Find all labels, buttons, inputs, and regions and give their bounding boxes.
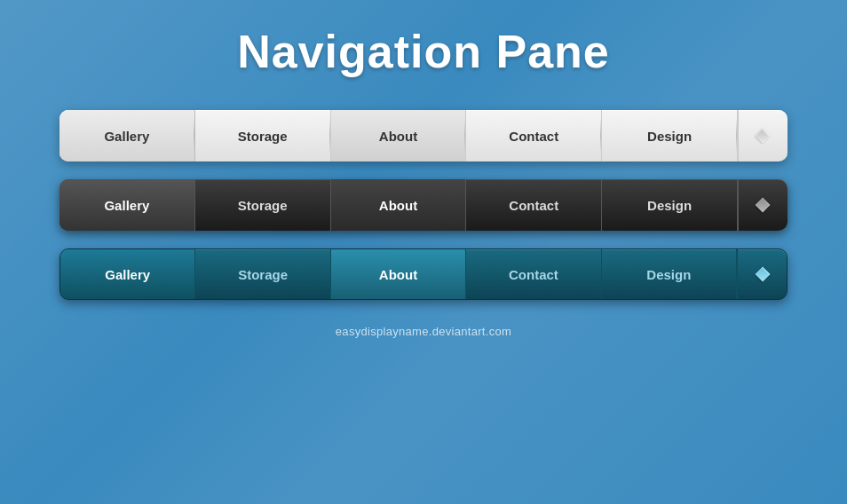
nav-label: Design xyxy=(647,129,692,144)
nav-dropdown-dark[interactable] xyxy=(738,179,788,231)
nav-label: About xyxy=(379,129,417,144)
nav-item-design-light[interactable]: Design xyxy=(602,110,738,161)
nav-bar-light: Gallery Storage About Contact Design xyxy=(59,110,788,161)
nav-dropdown-light[interactable] xyxy=(738,110,788,161)
diamond-icon xyxy=(755,267,770,282)
nav-label: Storage xyxy=(238,267,288,282)
nav-item-contact-teal[interactable]: Contact xyxy=(466,249,601,299)
nav-label: Contact xyxy=(509,129,558,144)
nav-item-gallery-dark[interactable]: Gallery xyxy=(59,179,195,231)
nav-label: Design xyxy=(646,267,691,282)
footer-text: easydisplayname.deviantart.com xyxy=(336,325,511,338)
nav-dropdown-teal[interactable] xyxy=(737,249,787,299)
diamond-icon xyxy=(756,129,771,144)
nav-item-storage-teal[interactable]: Storage xyxy=(195,249,330,299)
page-title: Navigation Pane xyxy=(237,25,610,78)
nav-label: Gallery xyxy=(104,129,149,144)
nav-item-storage-dark[interactable]: Storage xyxy=(195,179,331,231)
nav-item-storage-light[interactable]: Storage xyxy=(195,110,331,161)
nav-item-contact-light[interactable]: Contact xyxy=(466,110,602,161)
nav-item-contact-dark[interactable]: Contact xyxy=(466,179,602,231)
nav-item-about-light[interactable]: About xyxy=(331,110,467,161)
nav-item-design-dark[interactable]: Design xyxy=(602,179,738,231)
nav-item-about-teal[interactable]: About xyxy=(331,249,466,299)
nav-item-about-dark[interactable]: About xyxy=(331,179,467,231)
nav-bar-dark: Gallery Storage About Contact Design xyxy=(59,179,788,231)
nav-item-gallery-light[interactable]: Gallery xyxy=(59,110,195,161)
nav-label: Contact xyxy=(509,267,558,282)
diamond-icon xyxy=(756,198,771,213)
navbars-container: Gallery Storage About Contact Design Gal… xyxy=(59,110,788,300)
nav-label: Storage xyxy=(238,198,288,213)
nav-item-design-teal[interactable]: Design xyxy=(602,249,737,299)
nav-label: Storage xyxy=(238,129,288,144)
nav-label: About xyxy=(379,198,417,213)
nav-label: About xyxy=(379,267,417,282)
nav-bar-teal: Gallery Storage About Contact Design xyxy=(59,248,788,300)
nav-label: Design xyxy=(647,198,692,213)
nav-label: Gallery xyxy=(104,198,149,213)
nav-label: Contact xyxy=(509,198,558,213)
nav-label: Gallery xyxy=(105,267,150,282)
nav-item-gallery-teal[interactable]: Gallery xyxy=(60,249,195,299)
